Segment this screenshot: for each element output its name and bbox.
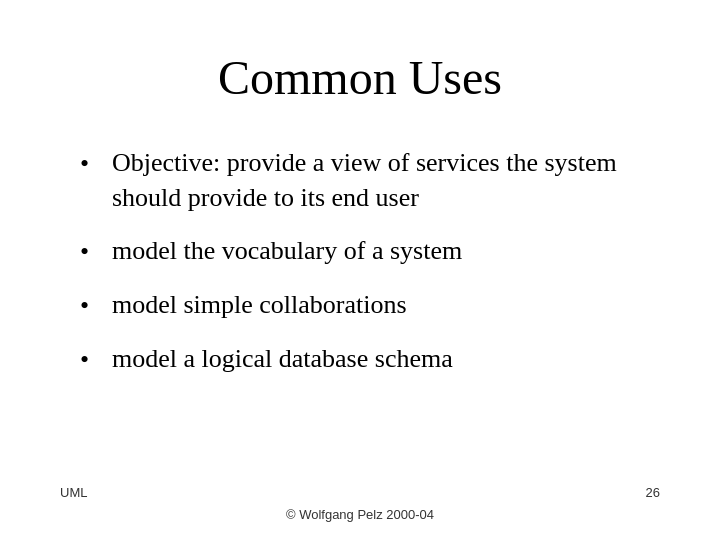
bullet-dot: • [80, 234, 108, 269]
bullet-dot: • [80, 146, 108, 181]
slide-content: • Objective: provide a view of services … [60, 145, 660, 475]
bullet-text: Objective: provide a view of services th… [112, 145, 660, 215]
bullet-text: model a logical database schema [112, 341, 453, 376]
list-item: • model the vocabulary of a system [80, 233, 660, 269]
footer-left: UML [60, 485, 87, 500]
bullet-text: model the vocabulary of a system [112, 233, 462, 268]
bullet-text: model simple collaborations [112, 287, 407, 322]
footer-center: © Wolfgang Pelz 2000-04 [286, 507, 434, 522]
bullet-dot: • [80, 288, 108, 323]
slide-title: Common Uses [60, 50, 660, 105]
slide-footer: UML © Wolfgang Pelz 2000-04 26 [60, 475, 660, 500]
slide: Common Uses • Objective: provide a view … [0, 0, 720, 540]
bullet-dot: • [80, 342, 108, 377]
list-item: • model a logical database schema [80, 341, 660, 377]
list-item: • model simple collaborations [80, 287, 660, 323]
footer-page-number: 26 [646, 485, 660, 500]
list-item: • Objective: provide a view of services … [80, 145, 660, 215]
